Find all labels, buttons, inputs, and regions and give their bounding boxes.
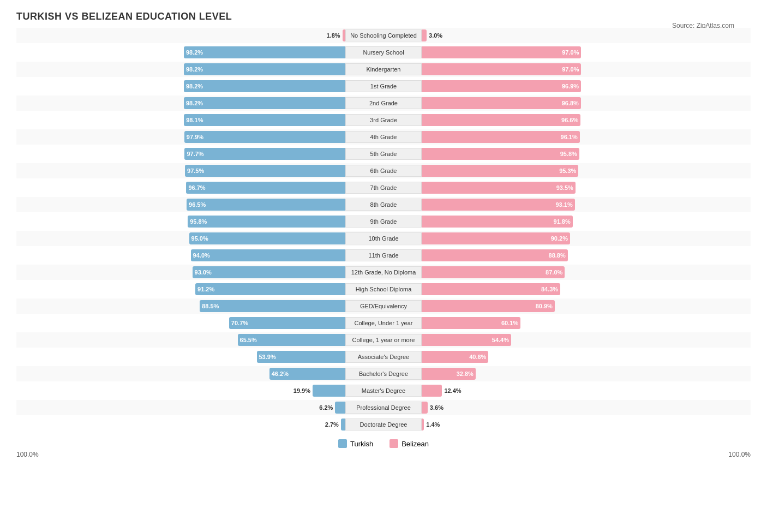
row-label: 9th Grade	[345, 216, 422, 228]
row-label: High School Diploma	[345, 283, 422, 295]
table-row: 97.7% 5th Grade 95.8%	[16, 146, 751, 162]
right-value: 12.4%	[442, 387, 461, 394]
left-value: 96.5%	[187, 201, 206, 208]
legend-belizean-label: Belizean	[402, 440, 429, 448]
left-value: 97.7%	[184, 151, 203, 157]
table-row: 98.2% 2nd Grade 96.8%	[16, 95, 751, 111]
bottom-labels: 100.0% 100.0%	[16, 451, 751, 458]
right-value: 97.0%	[562, 49, 581, 56]
table-row: 53.9% Associate's Degree 40.6%	[16, 349, 751, 364]
row-label: Nursery School	[345, 46, 422, 58]
left-value: 96.7%	[186, 184, 205, 191]
right-value: 54.4%	[492, 337, 511, 343]
row-label: Associate's Degree	[345, 351, 422, 363]
chart-title: TURKISH VS BELIZEAN EDUCATION LEVEL	[16, 11, 751, 22]
chart-container: 1.8% No Schooling Completed 3.0% 98.2% N…	[16, 28, 751, 458]
table-row: 98.1% 3rd Grade 96.6%	[16, 112, 751, 128]
row-label: 12th Grade, No Diploma	[345, 266, 422, 278]
table-row: 88.5% GED/Equivalency 80.9%	[16, 298, 751, 314]
left-value: 97.5%	[185, 168, 204, 174]
left-value: 46.2%	[269, 370, 289, 377]
right-value: 3.6%	[428, 404, 444, 411]
left-value: 98.2%	[184, 100, 203, 106]
right-value: 90.2%	[551, 235, 570, 242]
row-label: Doctorate Degree	[345, 419, 422, 431]
right-value: 88.8%	[549, 252, 568, 259]
right-value: 96.8%	[562, 100, 581, 106]
left-value: 70.7%	[229, 320, 248, 326]
right-value: 95.8%	[560, 151, 579, 157]
left-value: 91.2%	[195, 286, 214, 292]
right-value: 96.1%	[561, 134, 580, 140]
left-value: 94.0%	[191, 252, 210, 259]
table-row: 96.7% 7th Grade 93.5%	[16, 180, 751, 195]
bottom-right-label: 100.0%	[728, 451, 751, 458]
table-row: 98.2% Kindergarten 97.0%	[16, 62, 751, 77]
table-row: 98.2% Nursery School 97.0%	[16, 45, 751, 60]
right-value: 60.1%	[501, 320, 520, 326]
table-row: 70.7% College, Under 1 year 60.1%	[16, 315, 751, 331]
table-row: 2.7% Doctorate Degree 1.4%	[16, 417, 751, 432]
right-value: 3.0%	[427, 32, 442, 39]
legend-turkish: Turkish	[338, 439, 373, 448]
right-value: 84.3%	[541, 286, 560, 292]
legend-belizean: Belizean	[390, 439, 429, 448]
table-row: 6.2% Professional Degree 3.6%	[16, 400, 751, 415]
left-value: 97.9%	[184, 134, 203, 140]
left-value: 88.5%	[200, 303, 219, 309]
table-row: 19.9% Master's Degree 12.4%	[16, 383, 751, 398]
row-label: 10th Grade	[345, 232, 422, 244]
row-label: Kindergarten	[345, 63, 422, 75]
right-value: 93.5%	[556, 184, 576, 191]
left-value: 1.8%	[327, 32, 343, 39]
table-row: 1.8% No Schooling Completed 3.0%	[16, 28, 751, 43]
left-value: 19.9%	[293, 387, 313, 394]
bottom-left-label: 100.0%	[16, 451, 39, 458]
row-label: College, Under 1 year	[345, 317, 422, 329]
legend: Turkish Belizean	[16, 439, 751, 448]
right-value: 87.0%	[546, 269, 565, 276]
row-label: 2nd Grade	[345, 97, 422, 109]
right-value: 93.1%	[555, 201, 574, 208]
table-row: 95.0% 10th Grade 90.2%	[16, 231, 751, 246]
table-row: 65.5% College, 1 year or more 54.4%	[16, 332, 751, 348]
row-label: 11th Grade	[345, 249, 422, 261]
table-row: 97.5% 6th Grade 95.3%	[16, 163, 751, 178]
row-label: 7th Grade	[345, 182, 422, 194]
table-row: 46.2% Bachelor's Degree 32.8%	[16, 366, 751, 381]
row-label: 6th Grade	[345, 165, 422, 177]
left-value: 95.8%	[188, 218, 207, 225]
left-value: 98.2%	[184, 83, 203, 89]
right-value: 1.4%	[424, 421, 440, 428]
right-value: 97.0%	[562, 66, 581, 73]
table-row: 98.2% 1st Grade 96.9%	[16, 79, 751, 94]
left-value: 6.2%	[319, 404, 335, 411]
table-row: 93.0% 12th Grade, No Diploma 87.0%	[16, 265, 751, 280]
left-value: 53.9%	[257, 354, 276, 360]
right-value: 91.8%	[554, 218, 573, 225]
right-value: 95.3%	[559, 168, 578, 174]
row-label: Professional Degree	[345, 402, 422, 414]
table-row: 96.5% 8th Grade 93.1%	[16, 197, 751, 212]
left-value: 98.1%	[184, 117, 203, 123]
table-row: 94.0% 11th Grade 88.8%	[16, 248, 751, 263]
left-value: 2.7%	[325, 421, 341, 428]
row-label: 8th Grade	[345, 199, 422, 211]
row-label: GED/Equivalency	[345, 300, 422, 312]
row-label: Bachelor's Degree	[345, 368, 422, 380]
row-label: 1st Grade	[345, 80, 422, 92]
right-value: 40.6%	[469, 354, 488, 360]
row-label: 5th Grade	[345, 148, 422, 160]
left-value: 93.0%	[193, 269, 212, 276]
turkish-color-box	[338, 439, 347, 448]
row-label: 4th Grade	[345, 131, 422, 143]
left-value: 95.0%	[189, 235, 208, 242]
right-value: 96.6%	[561, 117, 580, 123]
left-value: 98.2%	[184, 49, 203, 56]
table-row: 97.9% 4th Grade 96.1%	[16, 129, 751, 145]
left-value: 98.2%	[184, 66, 203, 73]
row-label: 3rd Grade	[345, 114, 422, 126]
left-value: 65.5%	[238, 337, 257, 343]
table-row: 95.8% 9th Grade 91.8%	[16, 214, 751, 229]
legend-turkish-label: Turkish	[350, 440, 373, 448]
